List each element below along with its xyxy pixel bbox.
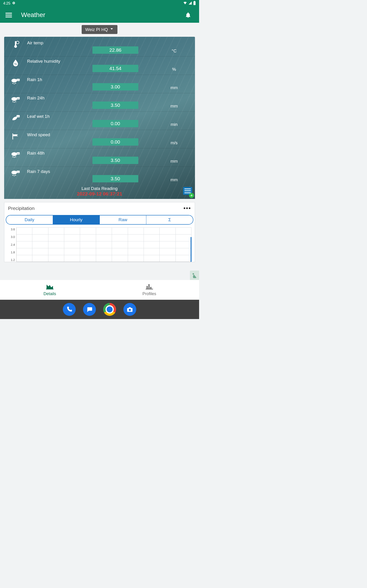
touch-hint-icon[interactable] (190, 271, 199, 281)
svg-rect-2 (194, 1, 196, 5)
reading-value: 3.00 (92, 83, 138, 90)
reading-row: 48hRain 48h3.50mm (4, 148, 195, 167)
camera-app-icon[interactable] (123, 303, 136, 316)
tab-details[interactable]: Details (0, 280, 100, 300)
station-select-label: Weiz PI HQ (85, 27, 108, 32)
svg-text:7 d: 7 d (17, 171, 19, 173)
y-tick: 3.0 (6, 235, 16, 238)
tab-profiles[interactable]: Profiles (100, 280, 199, 300)
reading-value: 22.86 (92, 46, 138, 54)
reading-row: 1 hLeaf wet 1h0.00min (4, 112, 195, 130)
plus-icon: + (189, 193, 194, 198)
chevron-down-icon (110, 27, 114, 32)
svg-point-20 (15, 101, 16, 102)
rain-24h-icon: 24h (4, 95, 27, 104)
svg-text:24h: 24h (17, 98, 19, 99)
svg-rect-4 (6, 13, 12, 14)
bottom-tabs: Details Profiles (0, 280, 199, 300)
svg-point-13 (14, 83, 15, 84)
svg-text:1 h: 1 h (17, 79, 19, 81)
reading-label: Rain 48h (27, 150, 77, 156)
precipitation-card: Precipitation ••• DailyHourlyRawΣ 3.63.0… (4, 202, 195, 262)
reading-label: Rain 1h (27, 76, 77, 82)
last-reading-label: Last Data Reading (4, 186, 195, 191)
last-reading: Last Data Reading 2022-09-12 06:37:21 (4, 185, 195, 197)
svg-point-19 (14, 102, 15, 103)
svg-point-36 (192, 273, 194, 275)
status-time: 4:25 (3, 1, 10, 6)
precip-range-segmented: DailyHourlyRawΣ (6, 215, 193, 225)
menu-icon[interactable] (4, 10, 13, 19)
reading-row: 1 hRain 1h3.00mm (4, 75, 195, 93)
svg-point-18 (12, 101, 13, 102)
svg-rect-41 (146, 289, 153, 289)
svg-point-12 (12, 83, 13, 84)
notifications-icon[interactable] (184, 10, 193, 19)
precip-title: Precipitation (8, 206, 35, 211)
area-chart-icon (46, 284, 53, 291)
tab-details-label: Details (43, 292, 56, 296)
svg-point-34 (14, 175, 15, 176)
reading-row: Wind speed0.00m/s (4, 130, 195, 148)
reading-row: Air temp22.86°C (4, 38, 195, 57)
last-reading-timestamp: 2022-09-12 06:37:21 (4, 191, 195, 197)
battery-icon (193, 1, 196, 6)
status-bar: 4:25 (0, 0, 199, 7)
precip-tab-daily[interactable]: Daily (6, 216, 53, 224)
svg-point-30 (11, 171, 17, 174)
svg-point-35 (15, 175, 16, 176)
bar-chart-icon (146, 284, 153, 291)
station-selector-row: Weiz PI HQ (0, 23, 199, 37)
precip-tab-hourly[interactable]: Hourly (53, 216, 100, 224)
chrome-app-icon[interactable] (103, 303, 116, 316)
svg-point-1 (13, 2, 15, 4)
app-bar: Weather (0, 7, 199, 23)
reading-label: Rain 24h (27, 95, 77, 101)
y-axis-labels: 3.63.02.41.81.2 (6, 227, 16, 262)
more-icon[interactable]: ••• (184, 205, 191, 212)
reading-row: 24hRain 24h3.50mm (4, 93, 195, 112)
status-app-indicator-icon (12, 1, 15, 6)
svg-point-15 (11, 97, 17, 101)
reading-label: Relative humidity (27, 58, 77, 64)
reading-value: 3.50 (92, 175, 138, 182)
rain-1h-icon: 1 h (4, 76, 27, 86)
svg-text:1 h: 1 h (17, 116, 19, 117)
station-select[interactable]: Weiz PI HQ (82, 25, 118, 34)
reading-value: 3.50 (92, 157, 138, 164)
precip-tab-raw[interactable]: Raw (100, 216, 147, 224)
svg-point-9 (11, 79, 17, 82)
svg-point-28 (14, 157, 15, 158)
svg-rect-37 (46, 289, 53, 289)
y-tick: 2.4 (6, 243, 16, 246)
reading-unit: m/s (153, 140, 195, 147)
precip-chart[interactable]: 3.63.02.41.81.2 (6, 227, 193, 262)
phone-app-icon[interactable] (63, 303, 76, 316)
precip-last-bar (191, 237, 192, 262)
svg-point-7 (16, 41, 19, 44)
wifi-icon (183, 1, 187, 6)
reading-unit: °C (153, 48, 195, 55)
reading-value: 3.50 (92, 102, 138, 109)
plot-area (16, 227, 192, 262)
current-readings-panel: Air temp22.86°C%Relative humidity41.54%1… (4, 37, 195, 199)
tab-profiles-label: Profiles (142, 292, 156, 296)
svg-point-14 (15, 83, 16, 84)
reading-unit: % (153, 67, 195, 73)
svg-rect-6 (6, 17, 12, 17)
reading-value: 41.54 (92, 65, 138, 72)
nav-dock (0, 300, 199, 319)
reading-unit: min (153, 122, 195, 128)
precip-tab-σ[interactable]: Σ (146, 216, 193, 224)
reading-label: Rain 7 days (27, 168, 77, 174)
reading-label: Leaf wet 1h (27, 113, 77, 119)
leaf-wet-icon: 1 h (4, 113, 27, 122)
reading-unit: mm (153, 177, 195, 184)
reading-value: 0.00 (92, 120, 138, 127)
list-add-button[interactable]: + (183, 187, 193, 197)
y-tick: 1.8 (6, 251, 16, 254)
reading-row: %Relative humidity41.54% (4, 57, 195, 75)
svg-rect-3 (194, 1, 195, 1)
wind-icon (4, 131, 27, 141)
messages-app-icon[interactable] (83, 303, 96, 316)
